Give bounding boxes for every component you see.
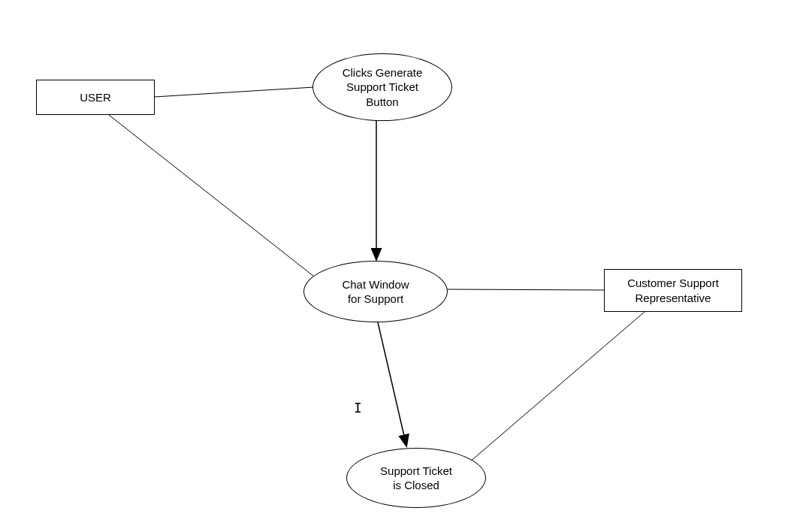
svg-line-5 xyxy=(464,312,644,467)
node-user-label: USER xyxy=(80,90,111,105)
node-closed-label: Support Ticket is Closed xyxy=(380,464,452,493)
svg-line-6 xyxy=(378,322,406,446)
node-clicks-generate: Clicks Generate Support Ticket Button xyxy=(312,53,452,121)
node-user: USER xyxy=(36,80,155,115)
svg-line-1 xyxy=(154,87,314,97)
node-chat-window: Chat Window for Support xyxy=(303,261,448,322)
node-closed: Support Ticket is Closed xyxy=(346,448,486,508)
node-csr: Customer Support Representative xyxy=(604,269,742,312)
svg-line-4 xyxy=(447,289,604,290)
node-csr-label: Customer Support Representative xyxy=(627,276,719,305)
text-cursor-icon: I xyxy=(354,400,362,416)
svg-line-2 xyxy=(109,115,321,282)
node-clicks-label: Clicks Generate Support Ticket Button xyxy=(343,65,423,110)
node-chat-label: Chat Window for Support xyxy=(342,277,409,307)
